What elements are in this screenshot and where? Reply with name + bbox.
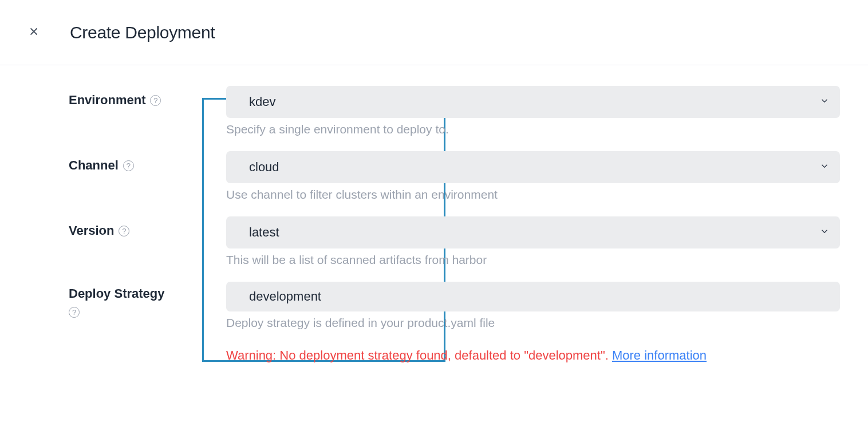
deploy-strategy-input[interactable]: development xyxy=(226,282,840,311)
label-col-deploy-strategy: Deploy Strategy ? xyxy=(69,282,226,318)
help-icon[interactable]: ? xyxy=(150,95,161,106)
warning-message: Warning: No deployment strategy found, d… xyxy=(226,348,612,362)
warning-row: Warning: No deployment strategy found, d… xyxy=(226,345,840,366)
label-version: Version xyxy=(69,223,114,238)
help-icon[interactable]: ? xyxy=(119,226,129,236)
close-icon xyxy=(27,25,40,40)
page-title: Create Deployment xyxy=(70,23,215,42)
input-col-environment: kdev Specify a single environment to dep… xyxy=(226,86,840,136)
modal-header: Create Deployment xyxy=(0,0,868,65)
close-button[interactable] xyxy=(23,21,45,44)
input-col-version: latest This will be a list of scanned ar… xyxy=(226,216,840,267)
input-col-channel: cloud Use channel to filter clusters wit… xyxy=(226,151,840,202)
deploy-strategy-value: development xyxy=(249,289,321,304)
label-col-channel: Channel ? xyxy=(69,151,226,173)
environment-value: kdev xyxy=(249,94,816,109)
more-information-link[interactable]: More information xyxy=(612,348,707,362)
label-deploy-strategy: Deploy Strategy xyxy=(69,286,165,301)
version-value: latest xyxy=(249,225,816,240)
warning-text: Warning: No deployment strategy found, d… xyxy=(226,348,707,362)
channel-select[interactable]: cloud xyxy=(226,151,840,183)
select-wrapper-channel: cloud xyxy=(226,151,840,183)
form-row-environment: Environment ? kdev Specify a single envi… xyxy=(69,86,845,136)
help-icon[interactable]: ? xyxy=(123,160,134,171)
label-environment: Environment xyxy=(69,93,145,108)
form-row-deploy-strategy: Deploy Strategy ? development Deploy str… xyxy=(69,282,845,330)
form-row-version: Version ? latest This will be a list of … xyxy=(69,216,845,267)
form-container: Environment ? kdev Specify a single envi… xyxy=(0,65,868,366)
input-col-deploy-strategy: development Deploy strategy is defined i… xyxy=(226,282,840,330)
label-channel: Channel xyxy=(69,158,119,173)
label-col-environment: Environment ? xyxy=(69,86,226,108)
help-text-channel: Use channel to filter clusters within an… xyxy=(226,188,840,202)
version-select[interactable]: latest xyxy=(226,216,840,249)
form-row-channel: Channel ? cloud Use channel to filter cl… xyxy=(69,151,845,202)
help-text-deploy-strategy: Deploy strategy is defined in your produ… xyxy=(226,316,840,330)
environment-select[interactable]: kdev xyxy=(226,86,840,118)
help-icon[interactable]: ? xyxy=(69,307,80,318)
help-text-environment: Specify a single environment to deploy t… xyxy=(226,123,840,136)
help-text-version: This will be a list of scanned artifacts… xyxy=(226,253,840,267)
label-col-version: Version ? xyxy=(69,216,226,238)
channel-value: cloud xyxy=(249,160,816,175)
select-wrapper-environment: kdev xyxy=(226,86,840,118)
select-wrapper-version: latest xyxy=(226,216,840,249)
